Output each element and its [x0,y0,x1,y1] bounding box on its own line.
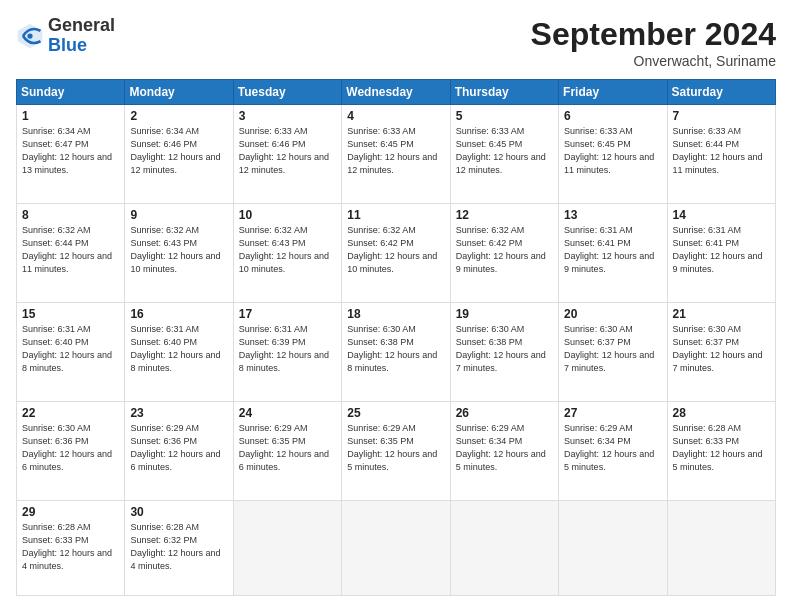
day-cell: 19 Sunrise: 6:30 AMSunset: 6:38 PMDaylig… [450,302,558,401]
logo-icon [16,22,44,50]
day-info: Sunrise: 6:33 AMSunset: 6:46 PMDaylight:… [239,125,336,177]
day-cell: 11 Sunrise: 6:32 AMSunset: 6:42 PMDaylig… [342,203,450,302]
day-number: 14 [673,208,770,222]
day-info: Sunrise: 6:32 AMSunset: 6:44 PMDaylight:… [22,224,119,276]
day-info: Sunrise: 6:32 AMSunset: 6:42 PMDaylight:… [347,224,444,276]
day-cell: 23 Sunrise: 6:29 AMSunset: 6:36 PMDaylig… [125,401,233,500]
day-cell: 29 Sunrise: 6:28 AMSunset: 6:33 PMDaylig… [17,500,125,595]
calendar-header-row: Sunday Monday Tuesday Wednesday Thursday… [17,80,776,105]
day-info: Sunrise: 6:30 AMSunset: 6:38 PMDaylight:… [347,323,444,375]
col-friday: Friday [559,80,667,105]
day-info: Sunrise: 6:33 AMSunset: 6:45 PMDaylight:… [347,125,444,177]
day-info: Sunrise: 6:33 AMSunset: 6:45 PMDaylight:… [564,125,661,177]
day-cell: 2 Sunrise: 6:34 AMSunset: 6:46 PMDayligh… [125,105,233,204]
page: General Blue September 2024 Onverwacht, … [0,0,792,612]
day-info: Sunrise: 6:33 AMSunset: 6:45 PMDaylight:… [456,125,553,177]
day-number: 23 [130,406,227,420]
day-cell: 26 Sunrise: 6:29 AMSunset: 6:34 PMDaylig… [450,401,558,500]
logo-general: General [48,16,115,36]
day-info: Sunrise: 6:33 AMSunset: 6:44 PMDaylight:… [673,125,770,177]
day-cell: 17 Sunrise: 6:31 AMSunset: 6:39 PMDaylig… [233,302,341,401]
col-monday: Monday [125,80,233,105]
day-cell: 14 Sunrise: 6:31 AMSunset: 6:41 PMDaylig… [667,203,775,302]
empty-cell [559,500,667,595]
day-number: 13 [564,208,661,222]
day-number: 16 [130,307,227,321]
col-sunday: Sunday [17,80,125,105]
day-info: Sunrise: 6:32 AMSunset: 6:42 PMDaylight:… [456,224,553,276]
day-cell: 9 Sunrise: 6:32 AMSunset: 6:43 PMDayligh… [125,203,233,302]
day-number: 15 [22,307,119,321]
day-info: Sunrise: 6:28 AMSunset: 6:33 PMDaylight:… [673,422,770,474]
day-number: 1 [22,109,119,123]
day-number: 7 [673,109,770,123]
logo-text: General Blue [48,16,115,56]
day-number: 6 [564,109,661,123]
day-number: 5 [456,109,553,123]
empty-cell [450,500,558,595]
day-info: Sunrise: 6:31 AMSunset: 6:41 PMDaylight:… [673,224,770,276]
day-number: 30 [130,505,227,519]
calendar-row: 8 Sunrise: 6:32 AMSunset: 6:44 PMDayligh… [17,203,776,302]
day-info: Sunrise: 6:31 AMSunset: 6:41 PMDaylight:… [564,224,661,276]
day-info: Sunrise: 6:28 AMSunset: 6:33 PMDaylight:… [22,521,119,573]
day-info: Sunrise: 6:30 AMSunset: 6:36 PMDaylight:… [22,422,119,474]
day-cell: 10 Sunrise: 6:32 AMSunset: 6:43 PMDaylig… [233,203,341,302]
title-block: September 2024 Onverwacht, Suriname [531,16,776,69]
day-cell: 4 Sunrise: 6:33 AMSunset: 6:45 PMDayligh… [342,105,450,204]
day-number: 29 [22,505,119,519]
day-number: 21 [673,307,770,321]
day-info: Sunrise: 6:29 AMSunset: 6:35 PMDaylight:… [239,422,336,474]
day-info: Sunrise: 6:30 AMSunset: 6:37 PMDaylight:… [673,323,770,375]
day-cell: 24 Sunrise: 6:29 AMSunset: 6:35 PMDaylig… [233,401,341,500]
day-info: Sunrise: 6:29 AMSunset: 6:34 PMDaylight:… [564,422,661,474]
day-cell: 12 Sunrise: 6:32 AMSunset: 6:42 PMDaylig… [450,203,558,302]
day-number: 20 [564,307,661,321]
calendar-table: Sunday Monday Tuesday Wednesday Thursday… [16,79,776,596]
day-cell: 13 Sunrise: 6:31 AMSunset: 6:41 PMDaylig… [559,203,667,302]
day-number: 22 [22,406,119,420]
day-info: Sunrise: 6:32 AMSunset: 6:43 PMDaylight:… [239,224,336,276]
day-info: Sunrise: 6:31 AMSunset: 6:40 PMDaylight:… [22,323,119,375]
empty-cell [667,500,775,595]
day-number: 8 [22,208,119,222]
calendar-row: 1 Sunrise: 6:34 AMSunset: 6:47 PMDayligh… [17,105,776,204]
day-cell: 6 Sunrise: 6:33 AMSunset: 6:45 PMDayligh… [559,105,667,204]
day-cell: 27 Sunrise: 6:29 AMSunset: 6:34 PMDaylig… [559,401,667,500]
location-subtitle: Onverwacht, Suriname [531,53,776,69]
day-cell: 16 Sunrise: 6:31 AMSunset: 6:40 PMDaylig… [125,302,233,401]
month-title: September 2024 [531,16,776,53]
day-number: 9 [130,208,227,222]
calendar-row: 29 Sunrise: 6:28 AMSunset: 6:33 PMDaylig… [17,500,776,595]
day-cell: 28 Sunrise: 6:28 AMSunset: 6:33 PMDaylig… [667,401,775,500]
day-info: Sunrise: 6:32 AMSunset: 6:43 PMDaylight:… [130,224,227,276]
day-cell: 8 Sunrise: 6:32 AMSunset: 6:44 PMDayligh… [17,203,125,302]
day-number: 27 [564,406,661,420]
day-cell: 22 Sunrise: 6:30 AMSunset: 6:36 PMDaylig… [17,401,125,500]
day-number: 28 [673,406,770,420]
logo-blue: Blue [48,36,115,56]
empty-cell [342,500,450,595]
col-saturday: Saturday [667,80,775,105]
day-number: 17 [239,307,336,321]
day-info: Sunrise: 6:30 AMSunset: 6:37 PMDaylight:… [564,323,661,375]
day-number: 24 [239,406,336,420]
day-number: 11 [347,208,444,222]
calendar-row: 15 Sunrise: 6:31 AMSunset: 6:40 PMDaylig… [17,302,776,401]
day-info: Sunrise: 6:31 AMSunset: 6:40 PMDaylight:… [130,323,227,375]
day-info: Sunrise: 6:29 AMSunset: 6:35 PMDaylight:… [347,422,444,474]
day-number: 10 [239,208,336,222]
day-number: 12 [456,208,553,222]
svg-point-1 [27,33,32,38]
logo: General Blue [16,16,115,56]
day-info: Sunrise: 6:29 AMSunset: 6:36 PMDaylight:… [130,422,227,474]
day-info: Sunrise: 6:34 AMSunset: 6:47 PMDaylight:… [22,125,119,177]
day-info: Sunrise: 6:29 AMSunset: 6:34 PMDaylight:… [456,422,553,474]
empty-cell [233,500,341,595]
day-cell: 3 Sunrise: 6:33 AMSunset: 6:46 PMDayligh… [233,105,341,204]
day-cell: 20 Sunrise: 6:30 AMSunset: 6:37 PMDaylig… [559,302,667,401]
day-info: Sunrise: 6:34 AMSunset: 6:46 PMDaylight:… [130,125,227,177]
day-cell: 30 Sunrise: 6:28 AMSunset: 6:32 PMDaylig… [125,500,233,595]
day-number: 4 [347,109,444,123]
col-wednesday: Wednesday [342,80,450,105]
